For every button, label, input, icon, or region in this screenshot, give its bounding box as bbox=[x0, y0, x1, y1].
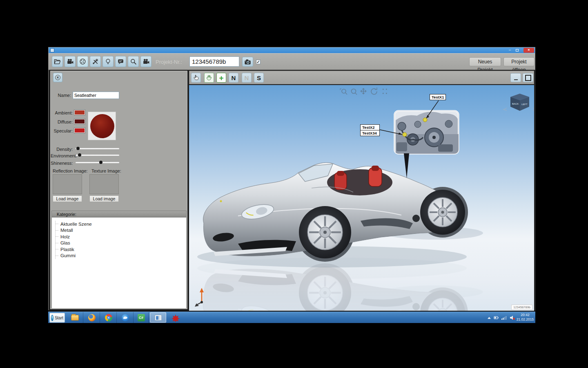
specular-label: Specular: bbox=[51, 128, 73, 133]
annotation-testx34[interactable]: TestX34 bbox=[360, 130, 380, 136]
shineness-label: Shineness: bbox=[51, 161, 73, 166]
category-item-metall[interactable]: Metall bbox=[56, 227, 186, 234]
window-maximize-button[interactable] bbox=[514, 48, 520, 53]
taskbar-clock[interactable]: 20:42 21.02.2015 bbox=[516, 313, 535, 322]
taskbar-item-thunderbird[interactable] bbox=[117, 312, 134, 323]
file-explorer-icon bbox=[71, 315, 79, 321]
ambient-color-swatch[interactable] bbox=[74, 110, 85, 115]
viewport-nav-icons[interactable] bbox=[340, 88, 387, 95]
tree-dash-icon bbox=[56, 236, 58, 237]
material-preview-sphere bbox=[90, 114, 114, 138]
window-titlebar[interactable]: – × bbox=[49, 47, 535, 53]
texture-image-slot[interactable] bbox=[89, 174, 119, 194]
taskbar: Start C# 20:42 21.02.2015 bbox=[48, 312, 535, 323]
diffuse-label: Diffuse: bbox=[51, 119, 73, 124]
viewport-column: + N N S bbox=[189, 71, 534, 311]
new-project-button[interactable]: Neues Projekt bbox=[469, 57, 501, 66]
csharp-icon: C# bbox=[138, 314, 145, 321]
battery-icon[interactable] bbox=[494, 315, 499, 320]
pan-move-icon bbox=[361, 88, 366, 94]
project-watermark: 123456789b bbox=[511, 305, 532, 310]
speaker-mute-icon[interactable] bbox=[510, 315, 515, 320]
taskbar-item-chrome[interactable] bbox=[100, 312, 117, 323]
cube-face-back[interactable]: BACK bbox=[512, 103, 519, 105]
environment-slider[interactable] bbox=[76, 155, 119, 156]
scene-camera-button[interactable] bbox=[140, 56, 151, 67]
category-item-glas[interactable]: Glas bbox=[56, 240, 186, 247]
viewport-3d-canvas[interactable]: BACK LEFT bbox=[189, 85, 534, 311]
taskbar-item-explorer[interactable] bbox=[67, 312, 83, 323]
clock-date: 21.02.2015 bbox=[516, 317, 535, 322]
light-bulb-icon bbox=[104, 58, 112, 65]
network-signal-icon[interactable] bbox=[501, 315, 507, 320]
desktop-screen: – × bbox=[48, 47, 535, 323]
n-mode-disabled-button[interactable]: N bbox=[242, 73, 252, 83]
tools-button[interactable] bbox=[90, 56, 101, 67]
select-pointer-button[interactable] bbox=[191, 73, 201, 83]
environment-slider-thumb[interactable] bbox=[78, 153, 81, 157]
clock-time: 20:42 bbox=[516, 313, 535, 317]
category-item-gummi[interactable]: Gummi bbox=[56, 253, 186, 259]
shineness-slider-thumb[interactable] bbox=[99, 161, 102, 164]
density-slider-thumb[interactable] bbox=[76, 147, 80, 150]
project-number-input[interactable] bbox=[189, 56, 239, 67]
texture-image-label: Texture Image: bbox=[91, 168, 128, 173]
tree-dash-icon bbox=[56, 230, 58, 231]
s-mode-button[interactable]: S bbox=[254, 73, 264, 83]
open-project-button[interactable]: Projekt öffnen bbox=[503, 57, 535, 66]
tree-dash-icon bbox=[56, 249, 58, 249]
annotation-testx2[interactable]: TestX2 bbox=[360, 124, 380, 130]
start-button[interactable]: Start bbox=[49, 313, 65, 323]
tray-expand-icon[interactable] bbox=[488, 317, 491, 319]
open-project-folder-button[interactable] bbox=[52, 56, 63, 67]
search-icon bbox=[129, 58, 137, 65]
viewport-maximize-button[interactable] bbox=[523, 73, 533, 82]
pointer-hand-icon bbox=[192, 74, 200, 81]
cube-face-left[interactable]: LEFT bbox=[521, 103, 528, 105]
search-button[interactable] bbox=[128, 56, 139, 67]
taskbar-item-firefox[interactable] bbox=[84, 312, 100, 323]
category-list[interactable]: Aktuelle Szene Metall Holz Glas Plastik … bbox=[51, 217, 187, 309]
category-item-aktuelle-szene[interactable]: Aktuelle Szene bbox=[56, 221, 186, 227]
panel-close-button[interactable]: × bbox=[53, 73, 62, 82]
viewport-minimize-button[interactable] bbox=[510, 73, 521, 82]
load-texture-image-button[interactable]: Load image bbox=[89, 195, 119, 202]
annotation-testx1[interactable]: TestX1 bbox=[430, 94, 446, 100]
density-slider[interactable] bbox=[76, 148, 119, 149]
comment-button[interactable] bbox=[115, 56, 126, 67]
window-minimize-button[interactable]: – bbox=[507, 48, 513, 53]
shineness-slider[interactable] bbox=[76, 162, 119, 163]
category-item-plastik[interactable]: Plastik bbox=[56, 246, 186, 253]
tree-dash-icon bbox=[56, 256, 58, 256]
circled-x-icon: × bbox=[55, 75, 60, 80]
record-camera-button[interactable] bbox=[65, 56, 76, 67]
thunderbird-icon bbox=[122, 314, 129, 321]
fullscreen-dots-icon bbox=[383, 89, 387, 94]
active-app-window-icon bbox=[155, 315, 162, 321]
engine-inset bbox=[394, 111, 459, 178]
diffuse-color-swatch[interactable] bbox=[74, 119, 85, 124]
navigation-cube[interactable]: BACK LEFT bbox=[503, 94, 534, 111]
taskbar-item-csharp[interactable]: C# bbox=[134, 312, 149, 323]
n-mode-button[interactable]: N bbox=[229, 73, 238, 83]
chrome-icon bbox=[105, 314, 112, 321]
tree-dash-icon bbox=[56, 243, 58, 243]
materials-button[interactable] bbox=[77, 56, 88, 67]
inset-callout-tail bbox=[404, 153, 409, 178]
material-preview bbox=[88, 112, 116, 140]
taskbar-item-red-app[interactable] bbox=[167, 312, 184, 323]
category-item-holz[interactable]: Holz bbox=[56, 233, 186, 240]
specular-color-swatch[interactable] bbox=[74, 128, 85, 133]
window-close-button[interactable]: × bbox=[523, 48, 534, 53]
load-reflection-image-button[interactable]: Load image bbox=[53, 195, 82, 202]
add-annotation-button[interactable]: + bbox=[216, 73, 226, 83]
taskbar-item-active-app[interactable] bbox=[150, 312, 166, 323]
app-icon bbox=[50, 48, 54, 52]
reflection-image-slot[interactable] bbox=[53, 174, 82, 194]
snapshot-camera-button[interactable] bbox=[242, 57, 253, 67]
material-name-input[interactable] bbox=[73, 92, 119, 99]
name-label: Name: bbox=[51, 93, 71, 98]
light-button[interactable] bbox=[102, 56, 114, 67]
snapshot-checkbox[interactable]: ✓ bbox=[256, 60, 261, 64]
pan-hand-button[interactable] bbox=[204, 73, 214, 83]
